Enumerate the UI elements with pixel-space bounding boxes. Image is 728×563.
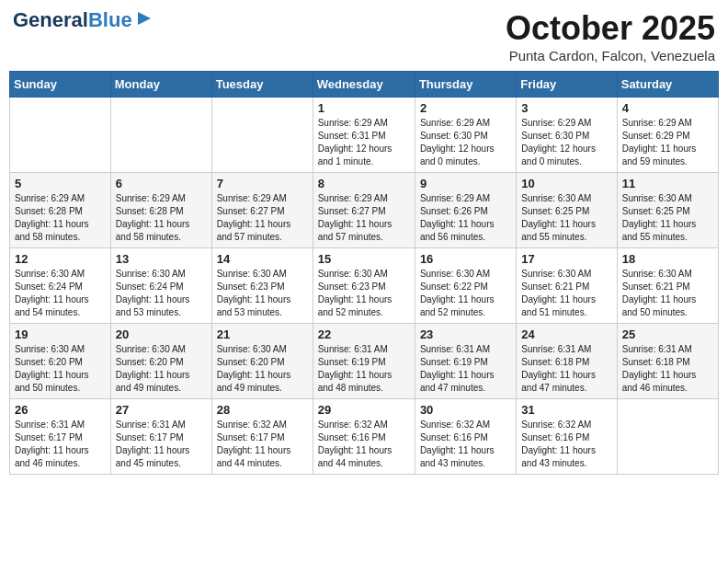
calendar-cell: 19Sunrise: 6:30 AM Sunset: 6:20 PM Dayli… <box>10 324 111 399</box>
day-info: Sunrise: 6:30 AM Sunset: 6:25 PM Dayligh… <box>622 192 713 244</box>
calendar-cell: 14Sunrise: 6:30 AM Sunset: 6:23 PM Dayli… <box>211 248 313 324</box>
day-number: 31 <box>521 403 611 417</box>
day-number: 11 <box>622 177 713 190</box>
day-info: Sunrise: 6:30 AM Sunset: 6:23 PM Dayligh… <box>318 268 410 319</box>
location: Punta Cardon, Falcon, Venezuela <box>506 48 715 63</box>
calendar-cell: 30Sunrise: 6:32 AM Sunset: 6:16 PM Dayli… <box>415 399 516 475</box>
calendar-cell: 26Sunrise: 6:31 AM Sunset: 6:17 PM Dayli… <box>10 399 111 475</box>
day-number: 30 <box>420 403 511 417</box>
day-info: Sunrise: 6:31 AM Sunset: 6:17 PM Dayligh… <box>15 419 106 470</box>
day-info: Sunrise: 6:31 AM Sunset: 6:19 PM Dayligh… <box>318 343 410 395</box>
day-number: 14 <box>217 252 308 266</box>
day-info: Sunrise: 6:30 AM Sunset: 6:22 PM Dayligh… <box>420 268 511 319</box>
day-info: Sunrise: 6:31 AM Sunset: 6:19 PM Dayligh… <box>420 343 511 395</box>
day-number: 25 <box>622 327 713 341</box>
calendar-cell: 20Sunrise: 6:30 AM Sunset: 6:20 PM Dayli… <box>110 324 211 399</box>
calendar-cell: 4Sunrise: 6:29 AM Sunset: 6:29 PM Daylig… <box>617 98 718 173</box>
calendar-header-row: SundayMondayTuesdayWednesdayThursdayFrid… <box>10 72 719 98</box>
day-number: 24 <box>521 327 611 341</box>
calendar-cell: 17Sunrise: 6:30 AM Sunset: 6:21 PM Dayli… <box>517 248 617 324</box>
day-info: Sunrise: 6:30 AM Sunset: 6:24 PM Dayligh… <box>15 268 106 319</box>
calendar-cell: 3Sunrise: 6:29 AM Sunset: 6:30 PM Daylig… <box>517 98 617 173</box>
day-info: Sunrise: 6:29 AM Sunset: 6:27 PM Dayligh… <box>318 192 410 244</box>
calendar-cell <box>211 98 313 173</box>
column-header-thursday: Thursday <box>415 72 516 98</box>
calendar-cell: 27Sunrise: 6:31 AM Sunset: 6:17 PM Dayli… <box>110 399 211 475</box>
calendar-week-2: 5Sunrise: 6:29 AM Sunset: 6:28 PM Daylig… <box>10 173 719 248</box>
day-info: Sunrise: 6:32 AM Sunset: 6:16 PM Dayligh… <box>318 419 410 470</box>
day-info: Sunrise: 6:30 AM Sunset: 6:21 PM Dayligh… <box>521 268 611 319</box>
day-number: 6 <box>116 177 207 190</box>
column-header-tuesday: Tuesday <box>211 72 313 98</box>
calendar-cell: 2Sunrise: 6:29 AM Sunset: 6:30 PM Daylig… <box>415 98 516 173</box>
calendar-cell: 10Sunrise: 6:30 AM Sunset: 6:25 PM Dayli… <box>517 173 617 248</box>
day-info: Sunrise: 6:31 AM Sunset: 6:18 PM Dayligh… <box>622 343 713 395</box>
calendar-cell: 23Sunrise: 6:31 AM Sunset: 6:19 PM Dayli… <box>415 324 516 399</box>
day-number: 2 <box>420 101 511 115</box>
logo-arrow-icon <box>134 8 154 29</box>
day-info: Sunrise: 6:30 AM Sunset: 6:24 PM Dayligh… <box>116 268 207 319</box>
calendar-cell: 15Sunrise: 6:30 AM Sunset: 6:23 PM Dayli… <box>313 248 415 324</box>
day-info: Sunrise: 6:32 AM Sunset: 6:16 PM Dayligh… <box>521 419 611 470</box>
column-header-friday: Friday <box>517 72 617 98</box>
calendar-cell: 22Sunrise: 6:31 AM Sunset: 6:19 PM Dayli… <box>313 324 415 399</box>
day-info: Sunrise: 6:29 AM Sunset: 6:29 PM Dayligh… <box>622 117 713 168</box>
day-info: Sunrise: 6:29 AM Sunset: 6:26 PM Dayligh… <box>420 192 511 244</box>
calendar-week-5: 26Sunrise: 6:31 AM Sunset: 6:17 PM Dayli… <box>10 399 719 475</box>
calendar-cell: 8Sunrise: 6:29 AM Sunset: 6:27 PM Daylig… <box>313 173 415 248</box>
day-info: Sunrise: 6:29 AM Sunset: 6:31 PM Dayligh… <box>318 117 410 168</box>
day-number: 10 <box>521 177 611 190</box>
calendar-cell: 24Sunrise: 6:31 AM Sunset: 6:18 PM Dayli… <box>517 324 617 399</box>
day-number: 3 <box>521 101 611 115</box>
day-number: 29 <box>318 403 410 417</box>
day-info: Sunrise: 6:29 AM Sunset: 6:28 PM Dayligh… <box>116 192 207 244</box>
day-number: 7 <box>217 177 308 190</box>
calendar-cell <box>617 399 718 475</box>
day-info: Sunrise: 6:30 AM Sunset: 6:25 PM Dayligh… <box>521 192 611 244</box>
calendar-cell: 12Sunrise: 6:30 AM Sunset: 6:24 PM Dayli… <box>10 248 111 324</box>
day-number: 13 <box>116 252 207 266</box>
day-number: 9 <box>420 177 511 190</box>
day-info: Sunrise: 6:29 AM Sunset: 6:30 PM Dayligh… <box>420 117 511 168</box>
calendar-cell <box>110 98 211 173</box>
calendar-cell: 9Sunrise: 6:29 AM Sunset: 6:26 PM Daylig… <box>415 173 516 248</box>
calendar-cell: 13Sunrise: 6:30 AM Sunset: 6:24 PM Dayli… <box>110 248 211 324</box>
calendar-cell: 1Sunrise: 6:29 AM Sunset: 6:31 PM Daylig… <box>313 98 415 173</box>
calendar-cell: 18Sunrise: 6:30 AM Sunset: 6:21 PM Dayli… <box>617 248 718 324</box>
calendar-cell: 6Sunrise: 6:29 AM Sunset: 6:28 PM Daylig… <box>110 173 211 248</box>
day-info: Sunrise: 6:31 AM Sunset: 6:18 PM Dayligh… <box>521 343 611 395</box>
calendar-cell: 28Sunrise: 6:32 AM Sunset: 6:17 PM Dayli… <box>211 399 313 475</box>
day-number: 18 <box>622 252 713 266</box>
day-number: 16 <box>420 252 511 266</box>
day-number: 15 <box>318 252 410 266</box>
day-number: 21 <box>217 327 308 341</box>
calendar-cell: 31Sunrise: 6:32 AM Sunset: 6:16 PM Dayli… <box>517 399 617 475</box>
page-header: GeneralBlue October 2025 Punta Cardon, F… <box>9 9 719 63</box>
column-header-monday: Monday <box>110 72 211 98</box>
day-number: 26 <box>15 403 106 417</box>
calendar-week-3: 12Sunrise: 6:30 AM Sunset: 6:24 PM Dayli… <box>10 248 719 324</box>
calendar-cell: 25Sunrise: 6:31 AM Sunset: 6:18 PM Dayli… <box>617 324 718 399</box>
day-number: 23 <box>420 327 511 341</box>
day-number: 12 <box>15 252 106 266</box>
day-number: 28 <box>217 403 308 417</box>
day-info: Sunrise: 6:30 AM Sunset: 6:20 PM Dayligh… <box>217 343 308 395</box>
calendar-cell: 21Sunrise: 6:30 AM Sunset: 6:20 PM Dayli… <box>211 324 313 399</box>
column-header-wednesday: Wednesday <box>313 72 415 98</box>
day-info: Sunrise: 6:29 AM Sunset: 6:30 PM Dayligh… <box>521 117 611 168</box>
day-info: Sunrise: 6:29 AM Sunset: 6:27 PM Dayligh… <box>217 192 308 244</box>
svg-marker-0 <box>138 12 151 25</box>
day-number: 5 <box>15 177 106 190</box>
day-info: Sunrise: 6:31 AM Sunset: 6:17 PM Dayligh… <box>116 419 207 470</box>
column-header-saturday: Saturday <box>617 72 718 98</box>
calendar-cell: 16Sunrise: 6:30 AM Sunset: 6:22 PM Dayli… <box>415 248 516 324</box>
day-info: Sunrise: 6:30 AM Sunset: 6:21 PM Dayligh… <box>622 268 713 319</box>
calendar-cell: 5Sunrise: 6:29 AM Sunset: 6:28 PM Daylig… <box>10 173 111 248</box>
day-info: Sunrise: 6:30 AM Sunset: 6:23 PM Dayligh… <box>217 268 308 319</box>
calendar-week-1: 1Sunrise: 6:29 AM Sunset: 6:31 PM Daylig… <box>10 98 719 173</box>
day-info: Sunrise: 6:30 AM Sunset: 6:20 PM Dayligh… <box>116 343 207 395</box>
day-info: Sunrise: 6:30 AM Sunset: 6:20 PM Dayligh… <box>15 343 106 395</box>
calendar-table: SundayMondayTuesdayWednesdayThursdayFrid… <box>9 71 719 475</box>
day-number: 22 <box>318 327 410 341</box>
day-info: Sunrise: 6:29 AM Sunset: 6:28 PM Dayligh… <box>15 192 106 244</box>
